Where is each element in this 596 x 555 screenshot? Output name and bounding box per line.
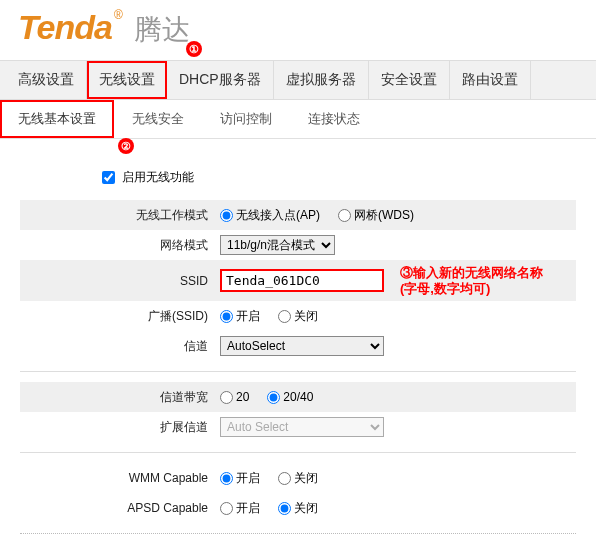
row-bandwidth: 信道带宽 20 20/40	[20, 382, 576, 412]
content: 启用无线功能 无线工作模式 无线接入点(AP) 网桥(WDS) 网络模式 11b…	[0, 139, 596, 555]
separator-2	[20, 452, 576, 453]
logo-cn: 腾达	[134, 14, 190, 45]
wmm-off-radio[interactable]	[278, 472, 291, 485]
row-netmode: 网络模式 11b/g/n混合模式	[20, 230, 576, 260]
enable-row: 启用无线功能	[102, 169, 576, 186]
separator-3	[20, 533, 576, 534]
row-wmm: WMM Capable 开启 关闭	[20, 463, 576, 493]
bw-2040-label: 20/40	[283, 390, 313, 404]
row-channel: 信道 AutoSelect	[20, 331, 576, 361]
broadcast-off-radio[interactable]	[278, 310, 291, 323]
apsd-label: APSD Capable	[20, 501, 220, 515]
mode-wds-radio[interactable]	[338, 209, 351, 222]
subnav-security[interactable]: 无线安全	[114, 100, 202, 138]
subnav-access[interactable]: 访问控制	[202, 100, 290, 138]
enable-wireless-label: 启用无线功能	[122, 170, 194, 184]
logo-brand: Tenda	[18, 8, 112, 46]
ext-channel-label: 扩展信道	[20, 419, 220, 436]
bw-20-radio[interactable]	[220, 391, 233, 404]
ssid-input[interactable]	[220, 269, 384, 292]
bw-20-label: 20	[236, 390, 249, 404]
mode-wds-label: 网桥(WDS)	[354, 207, 414, 224]
logo-area: Tenda® 腾达	[0, 0, 596, 60]
row-ext-channel: 扩展信道 Auto Select	[20, 412, 576, 442]
nav-dhcp[interactable]: DHCP服务器	[167, 61, 274, 99]
mode-ap-radio[interactable]	[220, 209, 233, 222]
annotation-3: ③输入新的无线网络名称(字母,数字均可)	[400, 265, 543, 296]
row-ssid: SSID ③输入新的无线网络名称(字母,数字均可)	[20, 260, 576, 301]
main-nav: 高级设置 无线设置 DHCP服务器 虚拟服务器 安全设置 路由设置	[0, 60, 596, 100]
ext-channel-select: Auto Select	[220, 417, 384, 437]
nav-advanced[interactable]: 高级设置	[0, 61, 87, 99]
broadcast-label: 广播(SSID)	[20, 308, 220, 325]
broadcast-off-label: 关闭	[294, 308, 318, 325]
wmm-on-radio[interactable]	[220, 472, 233, 485]
wmm-label: WMM Capable	[20, 471, 220, 485]
apsd-off-label: 关闭	[294, 500, 318, 517]
subnav-status[interactable]: 连接状态	[290, 100, 378, 138]
bandwidth-label: 信道带宽	[20, 389, 220, 406]
row-apsd: APSD Capable 开启 关闭	[20, 493, 576, 523]
apsd-off-radio[interactable]	[278, 502, 291, 515]
logo-reg: ®	[114, 8, 123, 22]
nav-security[interactable]: 安全设置	[369, 61, 450, 99]
ssid-label: SSID	[20, 274, 220, 288]
netmode-label: 网络模式	[20, 237, 220, 254]
row-broadcast: 广播(SSID) 开启 关闭	[20, 301, 576, 331]
channel-label: 信道	[20, 338, 220, 355]
separator-1	[20, 371, 576, 372]
wmm-off-label: 关闭	[294, 470, 318, 487]
annotation-1: ①	[186, 41, 202, 57]
enable-wireless-checkbox[interactable]	[102, 171, 115, 184]
mode-ap-label: 无线接入点(AP)	[236, 207, 320, 224]
sub-nav: 无线基本设置 无线安全 访问控制 连接状态	[0, 100, 596, 139]
wmm-on-label: 开启	[236, 470, 260, 487]
row-mode: 无线工作模式 无线接入点(AP) 网桥(WDS)	[20, 200, 576, 230]
nav-wireless[interactable]: 无线设置	[87, 61, 167, 99]
apsd-on-label: 开启	[236, 500, 260, 517]
mode-label: 无线工作模式	[20, 207, 220, 224]
broadcast-on-label: 开启	[236, 308, 260, 325]
subnav-basic[interactable]: 无线基本设置	[0, 100, 114, 138]
annotation-2: ②	[118, 138, 134, 154]
button-row: ④点击"确定" 确定 取消	[20, 544, 576, 555]
bw-2040-radio[interactable]	[267, 391, 280, 404]
nav-routing[interactable]: 路由设置	[450, 61, 531, 99]
netmode-select[interactable]: 11b/g/n混合模式	[220, 235, 335, 255]
apsd-on-radio[interactable]	[220, 502, 233, 515]
nav-virtual[interactable]: 虚拟服务器	[274, 61, 369, 99]
broadcast-on-radio[interactable]	[220, 310, 233, 323]
channel-select[interactable]: AutoSelect	[220, 336, 384, 356]
